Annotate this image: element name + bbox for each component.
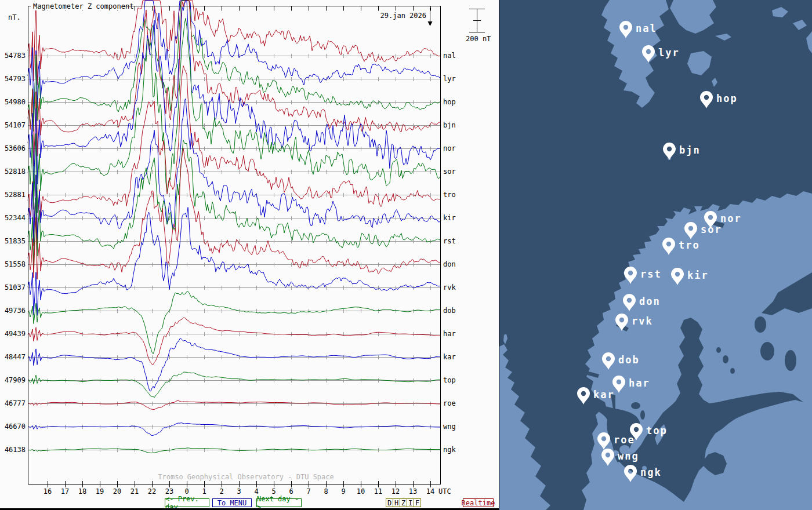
x-axis-label: 16: [44, 487, 52, 496]
x-axis-label: 7: [306, 487, 310, 496]
x-axis-label: 8: [324, 487, 328, 496]
x-axis-label: 18: [78, 487, 86, 496]
map-pin-label: dob: [618, 354, 640, 366]
lake: [785, 350, 796, 371]
y-axis-value: 52344: [5, 214, 26, 222]
trace-nor: [28, 1, 441, 191]
realtime-button[interactable]: Realtime: [463, 498, 494, 507]
x-axis-unit: UTC: [438, 487, 451, 496]
map-pin-label: don: [639, 296, 661, 307]
y-axis-value: 52881: [5, 191, 26, 199]
map-pin-label: sor: [701, 224, 722, 235]
y-axis-value: 54783: [5, 52, 26, 60]
station-label: dob: [443, 307, 456, 315]
trace-kir: [28, 99, 441, 242]
x-axis-label: 12: [392, 487, 400, 496]
magnetogram-panel: 54783nal54793lyr54980hop54107bjn53606nor…: [0, 0, 499, 510]
magnetometer-app: 54783nal54793lyr54980hop54107bjn53606nor…: [0, 0, 812, 510]
observatory-credit: Tromso Geophysical Observatory - DTU Spa…: [158, 473, 334, 481]
scale-bar-label: 200 nT: [466, 35, 491, 43]
trace-sor: [28, 19, 441, 213]
station-label: lyr: [443, 75, 456, 83]
lake: [730, 368, 735, 374]
x-axis-label: 13: [409, 487, 417, 496]
station-label: bjn: [443, 121, 456, 129]
map-pin-label: rvk: [632, 315, 653, 327]
x-axis-label: 9: [341, 487, 345, 496]
x-axis-label: 21: [130, 487, 139, 496]
plot-title: Magnetometer Z component: [33, 2, 133, 10]
y-axis-value: 47909: [5, 376, 26, 384]
trace-tro: [28, 66, 441, 250]
y-axis-value: 51558: [5, 260, 26, 268]
trace-nal: [28, 1, 441, 85]
trace-bjn: [28, 1, 441, 166]
y-axis-value: 49736: [5, 307, 26, 315]
y-axis-value: 46670: [5, 422, 26, 431]
map-pin-label: nor: [720, 213, 742, 224]
station-label: sor: [443, 167, 456, 176]
y-axis-unit: nT.: [8, 13, 21, 21]
map-pin-label: kir: [687, 269, 709, 281]
station-label: ngk: [443, 446, 456, 454]
station-label: har: [443, 330, 456, 338]
map-pin-label: ngk: [640, 467, 662, 478]
station-label: kir: [443, 214, 456, 222]
y-axis-value: 51037: [5, 283, 26, 292]
date-arrow-head-icon: [428, 21, 433, 26]
station-label: roe: [443, 399, 456, 407]
station-label: kar: [443, 353, 456, 361]
y-axis-value: 49439: [5, 330, 26, 338]
y-axis-value: 52818: [5, 167, 26, 176]
map-pin-label: bjn: [679, 144, 701, 156]
lake: [760, 342, 774, 360]
lake: [716, 347, 721, 353]
station-label: nor: [443, 144, 456, 152]
y-axis-value: 48447: [5, 353, 26, 361]
station-label: rvk: [443, 283, 456, 292]
trace-rvk: [28, 207, 441, 316]
map-pin-label: wng: [618, 450, 639, 462]
x-axis-label: 2: [219, 487, 223, 496]
x-axis-label: 22: [148, 487, 156, 496]
y-axis-value: 54107: [5, 121, 26, 129]
trace-kar: [28, 338, 441, 391]
scale-bar: 200 nT: [466, 9, 491, 43]
map-pin-label: tro: [679, 239, 700, 251]
lake: [640, 410, 645, 420]
trace-ngk: [28, 448, 441, 453]
station-map-svg: nallyrhopbjnnorsortrorstkirdonrvkdobhark…: [499, 0, 812, 510]
trace-roe: [28, 400, 441, 409]
station-label: wng: [443, 422, 456, 431]
to-menu-button[interactable]: To MENU: [212, 498, 252, 507]
x-axis-label: 14: [426, 487, 434, 496]
x-axis-label: 17: [61, 487, 69, 496]
y-axis-value: 54980: [5, 98, 26, 106]
map-pin-label: lyr: [658, 47, 680, 59]
trace-dob: [28, 292, 441, 354]
next-day-button[interactable]: Next day ->: [256, 498, 302, 507]
station-label: tro: [443, 191, 456, 199]
station-label: don: [443, 260, 456, 268]
date-label: 29.jan 2026: [380, 12, 426, 20]
station-map: nallyrhopbjnnorsortrorstkirdonrvkdobhark…: [499, 0, 812, 510]
magnetogram-plot: 54783nal54793lyr54980hop54107bjn53606nor…: [0, 0, 499, 510]
map-pin-label: roe: [614, 434, 635, 446]
station-label: hop: [443, 98, 456, 106]
y-axis-value: 46138: [5, 446, 26, 454]
map-pin-label: hop: [716, 93, 738, 104]
x-axis-label: 20: [113, 487, 121, 496]
trace-wng: [28, 423, 441, 436]
x-axis-label: 3: [237, 487, 241, 496]
map-pin-label: top: [646, 425, 668, 436]
component-button-F[interactable]: F: [414, 498, 421, 507]
y-axis-value: 51835: [5, 237, 26, 245]
station-label: nal: [443, 52, 456, 60]
lake: [631, 402, 640, 409]
lake: [755, 316, 766, 333]
x-axis-label: 11: [374, 487, 382, 496]
prev-day-button[interactable]: <- Prev. day: [165, 498, 209, 507]
component-selector: DHZIF: [386, 498, 421, 507]
y-axis-value: 53606: [5, 144, 26, 152]
map-pin-label: har: [629, 377, 650, 389]
